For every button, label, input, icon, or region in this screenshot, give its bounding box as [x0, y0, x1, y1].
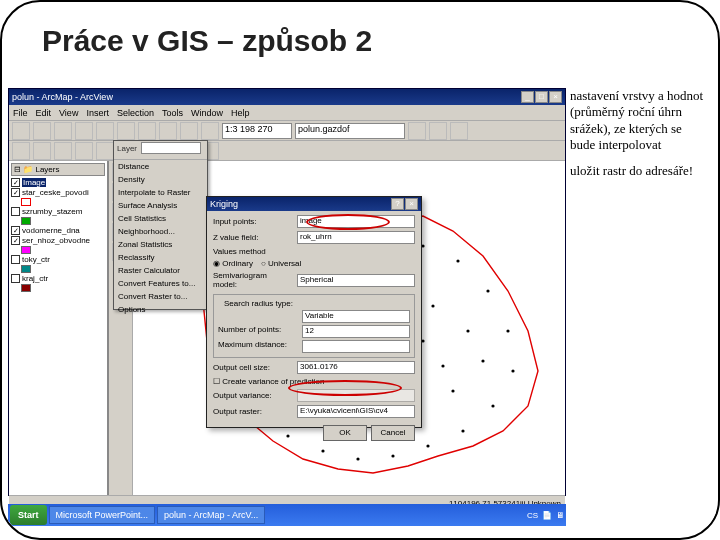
layer-checkbox[interactable] — [11, 178, 20, 187]
screenshot-region: polun - ArcMap - ArcView _ □ × File Edit… — [8, 88, 716, 526]
cancel-button[interactable]: Cancel — [371, 425, 415, 441]
taskbar-item[interactable]: polun - ArcMap - ArcV... — [157, 506, 265, 524]
radius-type-dd[interactable]: Variable — [302, 310, 410, 323]
layer-row[interactable]: ser_nhoz_obvodne — [11, 236, 105, 245]
sa-item[interactable]: Raster Calculator — [114, 264, 207, 277]
layer-checkbox[interactable] — [11, 236, 20, 245]
svg-point-9 — [511, 369, 514, 372]
svg-point-15 — [321, 449, 324, 452]
print-icon[interactable] — [75, 122, 93, 140]
redo-icon[interactable] — [180, 122, 198, 140]
layer-checkbox[interactable] — [11, 226, 20, 235]
label-input-points: Input points: — [213, 217, 293, 226]
kriging-help-button[interactable]: ? — [391, 198, 404, 210]
radio-ordinary[interactable]: ◉ Ordinary — [213, 259, 253, 268]
tool-a-icon[interactable] — [429, 122, 447, 140]
select-icon[interactable] — [96, 142, 114, 160]
system-tray: CS 📄 🖥 — [527, 511, 564, 520]
cellsize-input[interactable]: 3061.0176 — [297, 361, 415, 374]
layer-row[interactable]: toky_ctr — [11, 255, 105, 264]
toolbar-2 — [9, 141, 565, 161]
ok-button[interactable]: OK — [323, 425, 367, 441]
scale-input[interactable]: 1:3 198 270 — [222, 123, 292, 139]
layer-checkbox[interactable] — [11, 274, 20, 283]
layer-row[interactable]: star_ceske_povodi — [11, 188, 105, 197]
maxd-input[interactable] — [302, 340, 410, 353]
layer-row[interactable]: kraj_ctr — [11, 274, 105, 283]
sa-item[interactable]: Zonal Statistics — [114, 238, 207, 251]
sa-item[interactable]: Convert Features to... — [114, 277, 207, 290]
sa-item[interactable]: Neighborhood... — [114, 225, 207, 238]
zoomout-icon[interactable] — [33, 142, 51, 160]
outras-input[interactable]: E:\vyuka\cviceni\GIS\cv4 — [297, 405, 415, 418]
label-outras: Output raster: — [213, 407, 293, 416]
menubar: File Edit View Insert Selection Tools Wi… — [9, 105, 565, 121]
npts-input[interactable]: 12 — [302, 325, 410, 338]
taskbar-item[interactable]: Microsoft PowerPoint... — [49, 506, 156, 524]
open-icon[interactable] — [33, 122, 51, 140]
svg-point-26 — [441, 364, 444, 367]
layer-checkbox[interactable] — [11, 255, 20, 264]
zfield-dd[interactable]: rok_uhrn — [297, 231, 415, 244]
layer-selector[interactable]: polun.gazdof — [295, 123, 405, 139]
radio-universal[interactable]: ○ Universal — [261, 259, 301, 268]
fullextent-icon[interactable] — [75, 142, 93, 160]
svg-point-14 — [356, 457, 359, 460]
layer-checkbox[interactable] — [11, 188, 20, 197]
zoomin-icon[interactable] — [12, 142, 30, 160]
paste-icon[interactable] — [138, 122, 156, 140]
menu-insert[interactable]: Insert — [86, 108, 109, 118]
cut-icon[interactable] — [96, 122, 114, 140]
menu-edit[interactable]: Edit — [36, 108, 52, 118]
sa-layer-dd[interactable] — [141, 142, 201, 154]
swatch-icon — [21, 284, 31, 292]
tray-docs-icon[interactable]: 📄 — [542, 511, 552, 520]
tray-lang[interactable]: CS — [527, 511, 538, 520]
group-radius-title: Search radius type: — [222, 299, 295, 308]
menu-selection[interactable]: Selection — [117, 108, 154, 118]
maximize-button[interactable]: □ — [535, 91, 548, 103]
addlayer-icon[interactable] — [201, 122, 219, 140]
menu-help[interactable]: Help — [231, 108, 250, 118]
layer-row[interactable]: Image — [11, 178, 105, 187]
svg-point-25 — [466, 329, 469, 332]
layer-row[interactable]: szrumby_stazem — [11, 207, 105, 216]
layer-swatch-row — [11, 265, 105, 273]
menu-file[interactable]: File — [13, 108, 28, 118]
new-icon[interactable] — [12, 122, 30, 140]
tool-b-icon[interactable] — [450, 122, 468, 140]
sa-item[interactable]: Cell Statistics — [114, 212, 207, 225]
layer-name: kraj_ctr — [22, 274, 48, 283]
menu-view[interactable]: View — [59, 108, 78, 118]
svg-point-11 — [461, 429, 464, 432]
sa-item[interactable]: Density — [114, 173, 207, 186]
layer-row[interactable]: vodomerne_dna — [11, 226, 105, 235]
copy-icon[interactable] — [117, 122, 135, 140]
start-button[interactable]: Start — [10, 505, 47, 525]
kriging-close-button[interactable]: × — [405, 198, 418, 210]
annotation-p2: uložit rastr do adresáře! — [570, 163, 710, 179]
sa-item[interactable]: Reclassify — [114, 251, 207, 264]
undo-icon[interactable] — [159, 122, 177, 140]
highlight-oval-2 — [288, 380, 402, 396]
menu-tools[interactable]: Tools — [162, 108, 183, 118]
sa-item[interactable]: Convert Raster to... — [114, 290, 207, 303]
tray-pc-icon[interactable]: 🖥 — [556, 511, 564, 520]
sa-item[interactable]: Surface Analysis — [114, 199, 207, 212]
spatial-analyst-panel: Layer Distance Density Interpolate to Ra… — [113, 140, 208, 310]
sa-item[interactable]: Options — [114, 303, 207, 316]
layer-name: ser_nhoz_obvodne — [22, 236, 90, 245]
close-button[interactable]: × — [549, 91, 562, 103]
sa-item[interactable]: Distance — [114, 160, 207, 173]
sa-layer-label: Layer — [117, 144, 137, 153]
save-icon[interactable] — [54, 122, 72, 140]
semiv-dd[interactable]: Spherical — [297, 274, 415, 287]
layer-checkbox[interactable] — [11, 207, 20, 216]
editor-icon[interactable] — [408, 122, 426, 140]
minimize-button[interactable]: _ — [521, 91, 534, 103]
menu-window[interactable]: Window — [191, 108, 223, 118]
sa-item[interactable]: Interpolate to Raster — [114, 186, 207, 199]
annotation-p1: nastavení vrstvy a hodnot (průměrný ročn… — [570, 88, 710, 153]
pan-icon[interactable] — [54, 142, 72, 160]
swatch-icon — [21, 198, 31, 206]
